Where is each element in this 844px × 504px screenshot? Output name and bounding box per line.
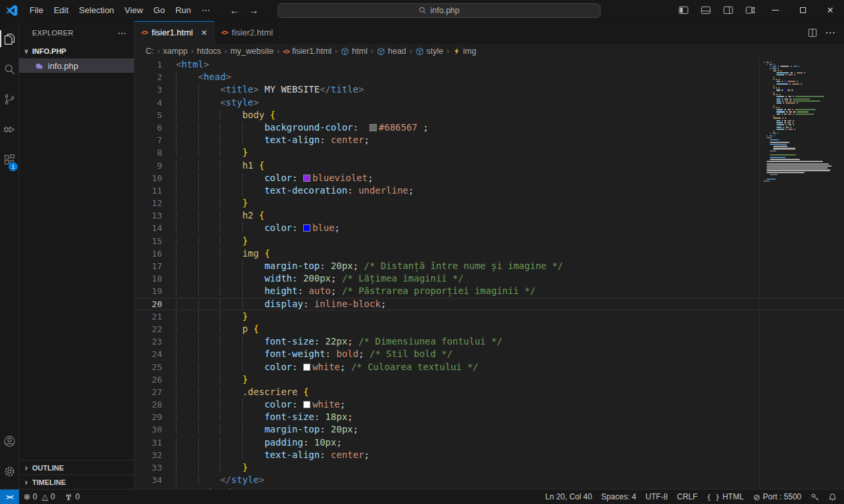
code-line-1[interactable]: 1<html>: [135, 58, 844, 71]
toggle-primary-sidebar-icon[interactable]: [672, 0, 694, 21]
code-line-2[interactable]: 2 <head>: [135, 71, 844, 83]
menu-view[interactable]: View: [119, 1, 148, 20]
code-line-17[interactable]: 17 margin-top: 20px; /* Distanță între n…: [135, 260, 844, 272]
status-language-mode[interactable]: { }HTML: [702, 490, 749, 504]
activity-source-control-icon[interactable]: [0, 84, 18, 114]
code-line-29[interactable]: 29 font-size: 18px;: [135, 411, 844, 423]
customize-layout-icon[interactable]: [739, 0, 761, 21]
code-line-7[interactable]: 7 text-align: center;: [135, 134, 844, 146]
activity-extensions-icon[interactable]: 1: [0, 144, 18, 175]
code-line-20[interactable]: 20 display: inline-block;: [135, 298, 844, 310]
code-line-21[interactable]: 21 }: [135, 310, 844, 323]
status-cursor-position[interactable]: Ln 20, Col 40: [541, 490, 597, 504]
code-line-3[interactable]: 3 <title> MY WEBSITE</title>: [135, 83, 844, 96]
code-line-23[interactable]: 23 font-size: 22px; /* Dimensiunea fontu…: [135, 335, 844, 348]
menu-selection[interactable]: Selection: [74, 1, 119, 20]
code-line-16[interactable]: 16 img {: [135, 247, 844, 260]
code-line-14[interactable]: 14 color: blue;: [135, 222, 844, 234]
code-editor[interactable]: 1<html>2 <head>3 <title> MY WEBSITE</tit…: [135, 58, 844, 489]
code-line-22[interactable]: 22 p {: [135, 323, 844, 335]
tab-fisier2-html[interactable]: <>fisier2.html: [215, 21, 280, 44]
problems-indicator[interactable]: ⊗ 0 △ 0: [19, 490, 60, 504]
code-line-24[interactable]: 24 font-weight: bold; /* Stil bold */: [135, 348, 844, 360]
back-icon[interactable]: ←: [230, 5, 240, 16]
close-button[interactable]: ✕: [816, 0, 844, 21]
activity-search-icon[interactable]: [0, 54, 18, 84]
code-line-8[interactable]: 8 }: [135, 146, 844, 159]
code-line-4[interactable]: 4 <style>: [135, 96, 844, 109]
color-swatch[interactable]: [303, 175, 310, 182]
breadcrumb-item-xampp[interactable]: xampp: [163, 47, 188, 56]
breadcrumb-item-fisier1html[interactable]: <>fisier1.html: [283, 47, 331, 56]
command-center-search[interactable]: info.php: [278, 3, 601, 18]
breadcrumb-item-style[interactable]: style: [415, 47, 444, 56]
split-editor-icon[interactable]: [808, 28, 817, 37]
code-line-9[interactable]: 9 h1 {: [135, 159, 844, 172]
code-line-35[interactable]: 35 </head>: [135, 486, 844, 489]
code-line-15[interactable]: 15 }: [135, 235, 844, 247]
color-swatch[interactable]: [303, 364, 310, 371]
status-encoding[interactable]: UTF-8: [641, 490, 672, 504]
code-line-10[interactable]: 10 color: blueviolet;: [135, 172, 844, 184]
color-swatch[interactable]: [369, 124, 377, 131]
explorer-more-actions-icon[interactable]: ⋯: [117, 28, 127, 38]
code-line-25[interactable]: 25 color: white; /* Culoarea textului */: [135, 361, 844, 373]
status-key-status[interactable]: [806, 490, 824, 504]
sidebar-item-file-info-php[interactable]: info.php: [19, 58, 134, 73]
close-tab-icon[interactable]: ✕: [201, 28, 207, 37]
menu-run[interactable]: Run: [170, 1, 196, 20]
symbol-icon: [377, 47, 385, 56]
braces-icon: { }: [707, 492, 720, 501]
toggle-secondary-sidebar-icon[interactable]: [717, 0, 739, 21]
menu-file[interactable]: File: [24, 1, 49, 20]
color-swatch[interactable]: [303, 224, 310, 232]
menu-more[interactable]: ⋯: [196, 1, 215, 20]
status-indentation[interactable]: Spaces: 4: [597, 490, 641, 504]
forward-icon[interactable]: →: [249, 5, 259, 16]
sidebar-item-folder-root[interactable]: ∨ INFO.PHP: [19, 44, 134, 58]
breadcrumb-item-htdocs[interactable]: htdocs: [197, 47, 221, 56]
status-notifications[interactable]: [824, 490, 841, 504]
code-line-32[interactable]: 32 text-align: center;: [135, 449, 844, 461]
activity-accounts-icon[interactable]: [0, 426, 18, 456]
activity-explorer-icon[interactable]: [0, 24, 18, 54]
status-live-server-port[interactable]: ⊘Port : 5500: [748, 490, 806, 504]
code-line-27[interactable]: 27 .descriere {: [135, 386, 844, 398]
maximize-button[interactable]: [789, 0, 816, 21]
breadcrumb-item-mywebsite[interactable]: my_website: [230, 47, 274, 56]
minimize-button[interactable]: [761, 0, 789, 21]
code-content[interactable]: 1<html>2 <head>3 <title> MY WEBSITE</tit…: [135, 58, 844, 489]
code-line-34[interactable]: 34 </style>: [135, 474, 844, 486]
breadcrumb-item-html[interactable]: html: [341, 47, 368, 56]
code-line-28[interactable]: 28 color: white;: [135, 398, 844, 411]
remote-indicator[interactable]: ><: [0, 490, 19, 504]
breadcrumb-item-c[interactable]: C:: [146, 47, 154, 56]
status-eol[interactable]: CRLF: [672, 490, 702, 504]
sidebar-section-outline[interactable]: › OUTLINE: [19, 460, 134, 474]
minimap[interactable]: [759, 60, 837, 489]
more-actions-icon[interactable]: ⋯: [825, 26, 836, 39]
code-line-6[interactable]: 6 background-color: #686567 ;: [135, 121, 844, 134]
code-line-11[interactable]: 11 text-decoration: underline;: [135, 184, 844, 197]
menu-go[interactable]: Go: [148, 1, 170, 20]
activity-run-debug-icon[interactable]: [0, 114, 18, 144]
vscode-window: FileEditSelectionViewGoRun⋯ ← → info.php: [0, 0, 844, 504]
breadcrumb-item-img[interactable]: img: [453, 47, 476, 56]
activity-settings-icon[interactable]: [0, 456, 18, 486]
code-line-31[interactable]: 31 padding: 10px;: [135, 436, 844, 449]
code-line-26[interactable]: 26 }: [135, 373, 844, 386]
code-line-33[interactable]: 33 }: [135, 461, 844, 474]
code-line-13[interactable]: 13 h2 {: [135, 209, 844, 222]
menu-edit[interactable]: Edit: [49, 1, 74, 20]
sidebar-section-timeline[interactable]: › TIMELINE: [19, 474, 134, 489]
code-line-19[interactable]: 19 height: auto; /* Păstrarea proporției…: [135, 285, 844, 297]
color-swatch[interactable]: [303, 401, 310, 408]
code-line-18[interactable]: 18 width: 200px; /* Lățimea imaginii */: [135, 272, 844, 285]
forwarded-ports[interactable]: 0: [60, 490, 85, 504]
tab-fisier1-html[interactable]: <>fisier1.html✕: [135, 21, 215, 44]
code-line-12[interactable]: 12 }: [135, 197, 844, 209]
code-line-5[interactable]: 5 body {: [135, 109, 844, 121]
code-line-30[interactable]: 30 margin-top: 20px;: [135, 423, 844, 436]
toggle-panel-icon[interactable]: [694, 0, 717, 21]
breadcrumb-item-head[interactable]: head: [377, 47, 406, 56]
